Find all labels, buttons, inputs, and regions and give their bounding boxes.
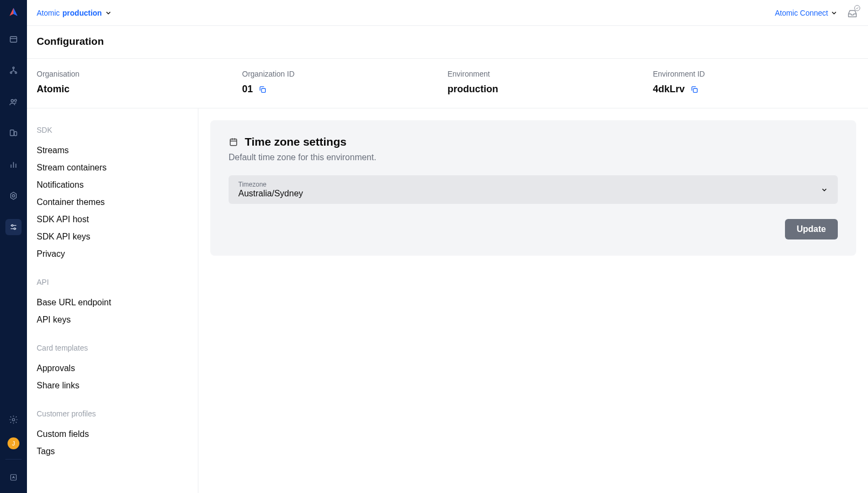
svg-point-5 — [11, 100, 14, 102]
info-value: production — [447, 84, 653, 95]
app-logo[interactable] — [8, 6, 19, 18]
chevron-down-icon — [830, 9, 838, 17]
rail-devices-icon[interactable] — [5, 125, 22, 141]
svg-point-6 — [15, 99, 17, 101]
sidebar-item-container-themes[interactable]: Container themes — [37, 194, 188, 211]
inbox-status-icon[interactable] — [846, 7, 858, 19]
svg-point-18 — [12, 419, 15, 421]
svg-point-2 — [13, 67, 15, 69]
connect-label: Atomic Connect — [775, 9, 828, 17]
sidebar-item-streams[interactable]: Streams — [37, 142, 188, 159]
nav-rail: J — [0, 0, 27, 493]
sidebar-item-sdk-api-keys[interactable]: SDK API keys — [37, 228, 188, 245]
rail-users-icon[interactable] — [5, 94, 22, 110]
sidebar-item-tags[interactable]: Tags — [37, 443, 188, 460]
settings-sidebar: SDKStreamsStream containersNotifications… — [27, 108, 198, 493]
sidebar-heading: SDK — [37, 126, 188, 134]
info-value: 4dkLrv — [653, 84, 858, 95]
user-avatar[interactable]: J — [8, 437, 19, 449]
info-label: Organisation — [37, 70, 242, 78]
sidebar-section: SDKStreamsStream containersNotifications… — [37, 126, 188, 263]
sidebar-item-api-keys[interactable]: API keys — [37, 311, 188, 328]
select-value: Australia/Sydney — [238, 189, 303, 198]
chevron-down-icon — [821, 186, 828, 194]
svg-point-4 — [15, 72, 17, 73]
sidebar-item-privacy[interactable]: Privacy — [37, 245, 188, 263]
svg-marker-12 — [11, 192, 17, 200]
timezone-select[interactable]: Timezone Australia/Sydney — [229, 175, 838, 204]
sidebar-item-base-url-endpoint[interactable]: Base URL endpoint — [37, 294, 188, 311]
svg-rect-7 — [10, 130, 14, 136]
info-environment-id: Environment ID 4dkLrv — [653, 70, 858, 95]
rail-configuration-icon[interactable] — [5, 219, 22, 235]
rail-settings-icon[interactable] — [5, 188, 22, 204]
timezone-panel: Time zone settings Default time zone for… — [210, 120, 856, 256]
svg-rect-0 — [10, 37, 17, 43]
info-label: Environment ID — [653, 70, 858, 78]
info-organisation-id: Organization ID 01 — [242, 70, 447, 95]
rail-help-icon[interactable] — [5, 469, 22, 485]
info-label: Organization ID — [242, 70, 447, 78]
info-label: Environment — [447, 70, 653, 78]
sidebar-section: Customer profilesCustom fieldsTags — [37, 409, 188, 460]
sidebar-item-custom-fields[interactable]: Custom fields — [37, 426, 188, 443]
sidebar-heading: API — [37, 278, 188, 286]
svg-point-17 — [14, 228, 16, 230]
svg-rect-23 — [230, 139, 237, 146]
sidebar-heading: Customer profiles — [37, 409, 188, 418]
panel-title: Time zone settings — [245, 135, 347, 148]
panel-wrap: Time zone settings Default time zone for… — [198, 108, 868, 493]
content-area: SDKStreamsStream containersNotifications… — [27, 108, 868, 493]
sidebar-item-notifications[interactable]: Notifications — [37, 176, 188, 194]
update-button[interactable]: Update — [785, 219, 838, 239]
info-organisation: Organisation Atomic — [37, 70, 242, 95]
page-title: Configuration — [37, 36, 858, 47]
svg-rect-21 — [261, 88, 265, 92]
chevron-down-icon — [105, 9, 112, 17]
breadcrumb[interactable]: Atomic production — [37, 9, 112, 17]
breadcrumb-env: production — [63, 9, 102, 17]
sidebar-item-share-links[interactable]: Share links — [37, 377, 188, 394]
calendar-icon — [229, 137, 238, 147]
atomic-connect-link[interactable]: Atomic Connect — [775, 9, 838, 17]
top-bar: Atomic production Atomic Connect — [27, 0, 868, 26]
panel-subtitle: Default time zone for this environment. — [229, 153, 838, 162]
info-value: 01 — [242, 84, 447, 95]
info-row: Organisation Atomic Organization ID 01 E… — [27, 59, 868, 108]
info-value: Atomic — [37, 84, 242, 95]
rail-flows-icon[interactable] — [5, 63, 22, 79]
breadcrumb-org: Atomic — [37, 9, 60, 17]
svg-rect-22 — [693, 88, 697, 92]
svg-point-15 — [11, 225, 13, 227]
svg-point-13 — [12, 195, 15, 197]
main-column: Atomic production Atomic Connect Configu… — [27, 0, 868, 493]
svg-rect-8 — [15, 132, 17, 136]
copy-icon[interactable] — [690, 85, 699, 94]
rail-gear-icon[interactable] — [5, 412, 22, 428]
copy-icon[interactable] — [258, 85, 267, 94]
select-label: Timezone — [238, 181, 303, 188]
rail-cards-icon[interactable] — [5, 31, 22, 47]
avatar-initial: J — [12, 440, 15, 447]
sidebar-heading: Card templates — [37, 344, 188, 352]
rail-divider — [5, 459, 22, 460]
sidebar-section: Card templatesApprovalsShare links — [37, 344, 188, 394]
info-environment: Environment production — [447, 70, 653, 95]
sidebar-item-stream-containers[interactable]: Stream containers — [37, 159, 188, 176]
rail-analytics-icon[interactable] — [5, 156, 22, 173]
sidebar-item-sdk-api-host[interactable]: SDK API host — [37, 211, 188, 228]
svg-point-3 — [10, 72, 12, 73]
page-title-row: Configuration — [27, 26, 868, 59]
sidebar-section: APIBase URL endpointAPI keys — [37, 278, 188, 328]
sidebar-item-approvals[interactable]: Approvals — [37, 360, 188, 377]
